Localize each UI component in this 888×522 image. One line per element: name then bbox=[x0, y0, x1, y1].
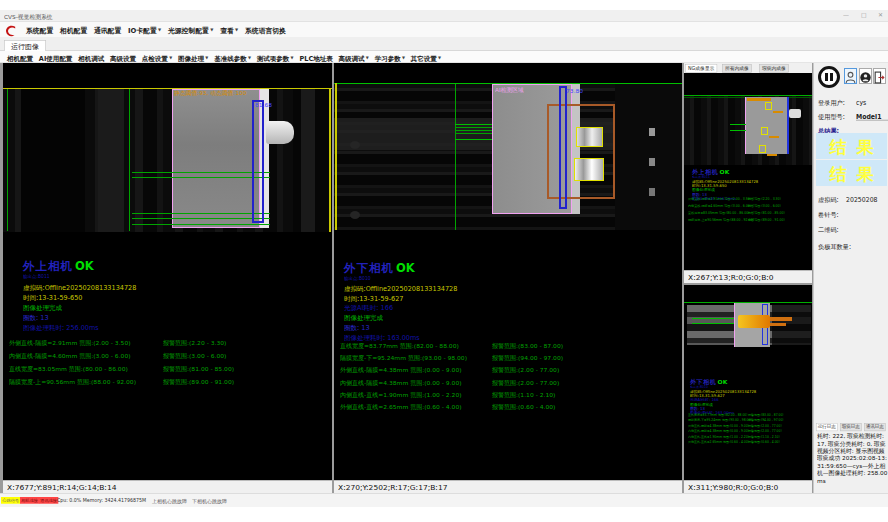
close-button[interactable]: ✕ bbox=[878, 12, 883, 19]
measurement-name: 内侧直线-直线=1.90mm 范围:(1.00 - 2.20) bbox=[688, 435, 749, 439]
measurement-alarm: 报警范围:(94.00 - 97.00) bbox=[748, 418, 784, 422]
toolbar: 相机配置AI使用配置相机调试高级设置点检设置▼图像处理▼基准线参数▼测试项参数▼… bbox=[0, 51, 888, 63]
thumb1-camera-image[interactable] bbox=[684, 73, 812, 168]
camera-result-title: 外上相机OK bbox=[23, 259, 94, 274]
log-tab-1[interactable]: 瑕疵日志 bbox=[840, 423, 862, 431]
barcode-label: 虚拟码: bbox=[818, 196, 839, 205]
operator-button[interactable] bbox=[859, 68, 872, 84]
measurement-name: 外侧直线-隔膜=4.38mm 范围:(0.00 - 9.00) bbox=[688, 424, 749, 428]
lower-cam-status: 下相机心跳故障 bbox=[192, 498, 227, 505]
toolbar-item-5[interactable]: 图像处理▼ bbox=[178, 54, 208, 61]
overlay-yellow-box bbox=[576, 127, 603, 147]
camera-result-title: 外下相机OK bbox=[344, 261, 415, 276]
main-area: 静态阈值:93, 动态阈值:100 81.68 外上相机OK输出点:B011虚拟… bbox=[0, 63, 888, 493]
thumb1-tab-1[interactable]: 所有内成像 bbox=[722, 64, 752, 73]
thumb2-camera-image[interactable] bbox=[684, 285, 812, 363]
measurement-alarm: 报警范围:(2.20 - 3.30) bbox=[163, 339, 226, 347]
maximize-button[interactable]: □ bbox=[861, 12, 867, 19]
measurement-name: 内侧直线-隔膜=4.60mm 范围:(3.00 - 6.00) bbox=[9, 352, 131, 360]
toolbar-item-6[interactable]: 基准线参数▼ bbox=[214, 54, 251, 61]
control-panel: 登录用户: cys 使用型号: Model1 总结果: 结果 结果 虚拟码: 2… bbox=[813, 63, 888, 493]
result-display-2: 结果 bbox=[816, 160, 887, 186]
dropdown-arrow-icon: ▼ bbox=[291, 55, 294, 60]
left-coords-readout: X:7677;Y:891;R:14;G:14;B:14 bbox=[3, 480, 332, 493]
minimize-button[interactable]: — bbox=[843, 12, 849, 19]
menu-item-3[interactable]: IO卡配置▼ bbox=[128, 27, 161, 34]
overlay-yellow-box bbox=[574, 158, 604, 181]
model-select[interactable]: Model1 bbox=[856, 113, 888, 120]
measurement-name: 内侧直线-隔膜=4.60mm 范围:(3.00 - 6.00) bbox=[688, 204, 751, 208]
measurement-name: 外侧直线-隔膜=4.38mm 范围:(0.00 - 9.00) bbox=[340, 366, 462, 374]
dropdown-arrow-icon: ▼ bbox=[248, 55, 251, 60]
status-ok: OK bbox=[75, 259, 94, 273]
overlay-blue-roi bbox=[559, 86, 567, 209]
toolbar-item-7[interactable]: 测试项参数▼ bbox=[257, 54, 294, 61]
measurement-alarm: 报警范围:(2.20 - 3.30) bbox=[748, 197, 781, 201]
status-ok: OK bbox=[718, 379, 728, 386]
measurement-alarm: 报警范围:(83.00 - 87.00) bbox=[492, 342, 563, 350]
menu-item-6[interactable]: 系统语言切换 bbox=[245, 27, 286, 34]
camera-info-line: 图像处理耗时: 163.00ms bbox=[344, 333, 420, 342]
overlay-threshold-text: 静态阈值:93, 动态阈值:100 bbox=[174, 89, 246, 97]
dropdown-arrow-icon: ▼ bbox=[205, 55, 208, 60]
measurement-alarm: 报警范围:(0.60 - 4.00) bbox=[748, 440, 780, 444]
overlay-blue-roi bbox=[252, 100, 264, 223]
measurement-alarm: 报警范围:(0.60 - 4.00) bbox=[492, 403, 555, 411]
measurement-name: 直线宽度=83.05mm 范围:(80.00 - 86.00) bbox=[9, 365, 128, 373]
measurement-name: 隔膜宽度-下=95.24mm 范围:(93.00 - 98.00) bbox=[688, 418, 752, 422]
camera-info-line: 光源AI耗时: 166 bbox=[344, 303, 393, 312]
measurement-alarm: 报警范围:(2.00 - 77.00) bbox=[748, 424, 782, 428]
toolbar-item-4[interactable]: 点检设置▼ bbox=[142, 54, 172, 61]
measurement-name: 隔膜宽度-上=90.56mm 范围:(88.00 - 92.00) bbox=[9, 378, 136, 386]
left-camera-panel: 静态阈值:93, 动态阈值:100 81.68 外上相机OK输出点:B011虚拟… bbox=[3, 63, 332, 493]
camera-info-line: 图像处理完成 bbox=[344, 313, 383, 322]
log-tab-0[interactable]: 运行日志 bbox=[816, 423, 838, 431]
measurement-alarm: 报警范围:(83.00 - 87.00) bbox=[748, 413, 784, 417]
menu-bar: 系统配置相机配置通讯配置IO卡配置▼光源控制配置▼查看▼系统语言切换 bbox=[0, 22, 888, 37]
model-label: 使用型号: bbox=[818, 113, 845, 122]
toolbar-item-2[interactable]: 相机调试 bbox=[78, 54, 104, 61]
toolbar-item-9[interactable]: 高级调试▼ bbox=[339, 54, 369, 61]
exit-button[interactable] bbox=[873, 68, 886, 84]
toolbar-item-1[interactable]: AI使用配置 bbox=[39, 54, 72, 61]
thumb1-tab-0[interactable]: NG成像显示 bbox=[685, 64, 717, 73]
status-ok: OK bbox=[720, 169, 730, 176]
camera-output-line: 输出点:B010 bbox=[344, 275, 371, 281]
menu-item-2[interactable]: 通讯配置 bbox=[94, 27, 121, 34]
measurement-alarm: 报警范围:(2.00 - 77.00) bbox=[492, 366, 559, 374]
user-button[interactable] bbox=[844, 68, 857, 84]
toolbar-item-3[interactable]: 高级设置 bbox=[110, 54, 136, 61]
overlay-blue-value: 73.80 bbox=[566, 88, 583, 95]
document-tab-bar: 运行图像 bbox=[0, 37, 888, 51]
toolbar-item-0[interactable]: 相机配置 bbox=[7, 54, 33, 61]
dropdown-arrow-icon: ▼ bbox=[158, 27, 161, 32]
measurement-name: 内侧直线-直线=1.90mm 范围:(1.00 - 2.20) bbox=[340, 391, 462, 399]
menu-item-1[interactable]: 相机配置 bbox=[60, 27, 87, 34]
measurement-name: 隔膜宽度-上=90.56mm 范围:(88.00 - 92.00) bbox=[688, 218, 754, 222]
dropdown-arrow-icon: ▼ bbox=[169, 55, 172, 60]
toolbar-item-8[interactable]: PLC地址表 bbox=[299, 54, 332, 61]
log-tab-2[interactable]: 通讯日志 bbox=[864, 423, 886, 431]
measurement-name: 直线宽度=83.77mm 范围:(82.00 - 88.00) bbox=[340, 342, 459, 350]
left-camera-image[interactable]: 静态阈值:93, 动态阈值:100 81.68 bbox=[3, 63, 332, 232]
thumb-panel-1: NG成像显示所有内成像瑕疵内成像 外上相机OK输出点:B011虚拟码:Offli… bbox=[684, 63, 812, 283]
pause-button[interactable] bbox=[818, 66, 840, 88]
camera-info-line: 图像处理完成 bbox=[23, 303, 62, 312]
menu-item-0[interactable]: 系统配置 bbox=[26, 27, 53, 34]
measurement-name: 外侧直线-隔膜=2.91mm 范围:(2.00 - 3.50) bbox=[688, 197, 751, 201]
thumb1-tab-2[interactable]: 瑕疵内成像 bbox=[759, 64, 789, 73]
status-bar: 心跳信号 相机连接 通讯连接 Cpu: 0.0% Memory: 3424.41… bbox=[0, 493, 888, 507]
pause-icon bbox=[830, 73, 833, 81]
overlay-pink-roi bbox=[172, 89, 260, 228]
measurement-alarm: 报警范围:(89.00 - 91.00) bbox=[748, 218, 785, 222]
dropdown-arrow-icon: ▼ bbox=[235, 27, 238, 32]
toolbar-item-10[interactable]: 学习参数▼ bbox=[375, 54, 405, 61]
measurement-name: 隔膜宽度-下=95.24mm 范围:(93.00 - 98.00) bbox=[340, 354, 467, 362]
status-ok: OK bbox=[396, 261, 415, 275]
right-camera-panel: AI检测区域 73.80 外下相机OK输出点:B010虚拟码:Offline20… bbox=[334, 63, 682, 493]
toolbar-item-11[interactable]: 其它设置▼ bbox=[411, 54, 441, 61]
menu-item-5[interactable]: 查看▼ bbox=[220, 27, 238, 34]
right-camera-image[interactable]: AI检测区域 73.80 bbox=[334, 63, 682, 230]
overlay-orange-roi bbox=[547, 104, 615, 199]
menu-item-4[interactable]: 光源控制配置▼ bbox=[168, 27, 213, 34]
